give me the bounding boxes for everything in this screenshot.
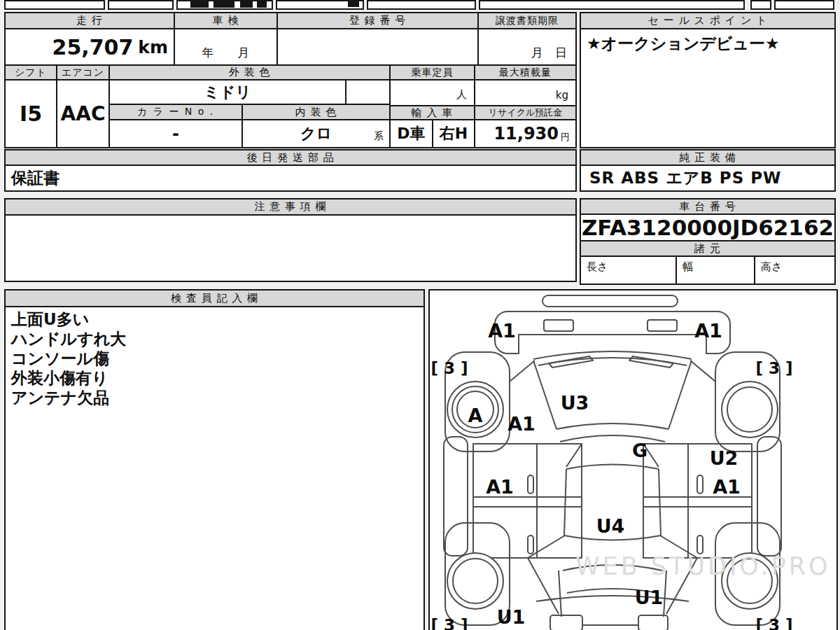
damage-marker-3: [ 3 ] [430, 359, 468, 377]
recycle-deposit-value: 11,930 円 [474, 119, 577, 148]
mileage-value: 25,707 km [4, 28, 175, 66]
cutoff-row-fragment [214, 1, 234, 8]
damage-marker-a1: A1 [488, 320, 516, 342]
sales-point-header: セ ー ル ス ポ イ ン ト [580, 12, 836, 29]
registration-header: 登 録 番 号 [276, 12, 479, 29]
damage-marker-u2: U2 [710, 447, 738, 469]
aircon-header: エアコン [56, 64, 110, 80]
inspector-note: 上面U多い [11, 309, 418, 329]
aircon-value: AAC [56, 79, 110, 148]
capacity-value: 人 [389, 79, 475, 106]
damage-marker-u1: U1 [497, 606, 526, 628]
damage-marker-a: A [468, 405, 483, 426]
cutoff-cell [750, 0, 771, 10]
cutoff-row-fragment [257, 1, 267, 8]
cutoff-cell [4, 0, 105, 10]
max-load-value: kg [474, 79, 577, 106]
inspector-box: 上面U多い ハンドルすれ大 コンソール傷 外装小傷有り アンテナ欠品 [4, 306, 425, 630]
cutoff-cell [479, 0, 745, 10]
watermark: WEB STUDIO.PRO [575, 552, 831, 580]
transfer-deadline-value: 月 日 [477, 28, 577, 66]
cutoff-cell [774, 0, 834, 10]
transfer-deadline-header: 譲渡書類期限 [477, 12, 577, 29]
cutoff-row-fragment [190, 1, 209, 8]
interior-color-value: クロ 系 [241, 119, 391, 148]
equipment-value: SR ABS エアB PS PW [580, 164, 836, 192]
shift-header: シフト [4, 64, 57, 80]
damage-marker-3: [ 3 ] [430, 616, 468, 630]
width-cell: 幅 [676, 255, 755, 285]
dimensions-header: 諸 元 [580, 240, 836, 257]
cutoff-row-fragment [348, 1, 359, 7]
exterior-color-value: ミドリ [108, 79, 346, 105]
damage-marker-3: [ 3 ] [755, 616, 792, 630]
height-cell: 高さ [754, 255, 836, 285]
damage-marker-u4: U4 [596, 515, 625, 537]
sales-point-value: ★オークションデビュー★ [580, 28, 836, 148]
interior-color-header: 内 装 色 [241, 104, 391, 120]
cutoff-cell [367, 0, 476, 10]
front-right-wheel [722, 382, 778, 438]
inspector-header: 検 査 員 記 入 欄 [4, 289, 425, 307]
damage-marker-g: G [632, 440, 648, 461]
cutoff-cell [108, 0, 174, 10]
inspection-value: 年 月 [174, 28, 278, 66]
capacity-header: 乗車定員 [389, 64, 475, 80]
later-parts-value: 保証書 [4, 164, 577, 192]
rear-left-wheel [447, 553, 503, 609]
exterior-color-code-cell [345, 79, 391, 105]
later-parts-header: 後 日 発 送 部 品 [4, 149, 577, 166]
auction-sheet: { "colors": {"header_fill":"#d8d8d8","bo… [0, 0, 840, 630]
length-cell: 長さ [580, 255, 677, 285]
damage-marker-a1: A1 [507, 413, 536, 435]
damage-marker-u1: U1 [635, 587, 664, 608]
damage-diagram: WEB STUDIO.PRO [428, 289, 838, 630]
import-car-value-1: D車 [389, 119, 433, 148]
inspector-note: アンテナ欠品 [11, 388, 418, 407]
inspection-header: 車 検 [174, 12, 278, 29]
chassis-no-header: 車 台 番 号 [580, 198, 836, 215]
cutoff-row-fragment [240, 1, 253, 8]
equipment-header: 純 正 装 備 [580, 149, 836, 166]
inspector-note: ハンドルすれ大 [11, 329, 418, 349]
damage-marker-a1: A1 [486, 476, 514, 498]
import-car-value-2: 右H [432, 119, 475, 148]
color-no-header: カ ラ ー N o . [108, 104, 243, 120]
exterior-color-header: 外 装 色 [108, 64, 391, 80]
inspector-note: コンソール傷 [11, 349, 418, 368]
cautions-box [4, 214, 577, 282]
import-car-header: 輸 入 車 [389, 105, 475, 120]
max-load-header: 最大積載量 [474, 64, 577, 80]
registration-value [276, 28, 479, 66]
shift-value: I5 [4, 79, 57, 148]
damage-marker-u3: U3 [561, 392, 589, 414]
interior-color-name: クロ [300, 123, 332, 144]
damage-marker-a1: A1 [713, 476, 741, 498]
chassis-no-value: ZFA3120000JD62162 [580, 214, 836, 241]
recycle-deposit-unit: 円 [561, 131, 570, 144]
mileage-header: 走 行 [4, 12, 175, 29]
color-no-value: - [108, 119, 243, 148]
cautions-header: 注 意 事 項 欄 [4, 198, 577, 216]
recycle-deposit-header: リサイクル預託金 [474, 105, 577, 120]
damage-marker-a1: A1 [694, 320, 722, 342]
damage-marker-3: [ 3 ] [755, 359, 792, 377]
interior-color-suffix: 系 [374, 130, 384, 143]
inspector-note: 外装小傷有り [11, 368, 418, 388]
mileage-number: 25,707 [52, 35, 134, 59]
recycle-deposit-amount: 11,930 [493, 124, 559, 144]
mileage-unit: km [138, 37, 168, 57]
